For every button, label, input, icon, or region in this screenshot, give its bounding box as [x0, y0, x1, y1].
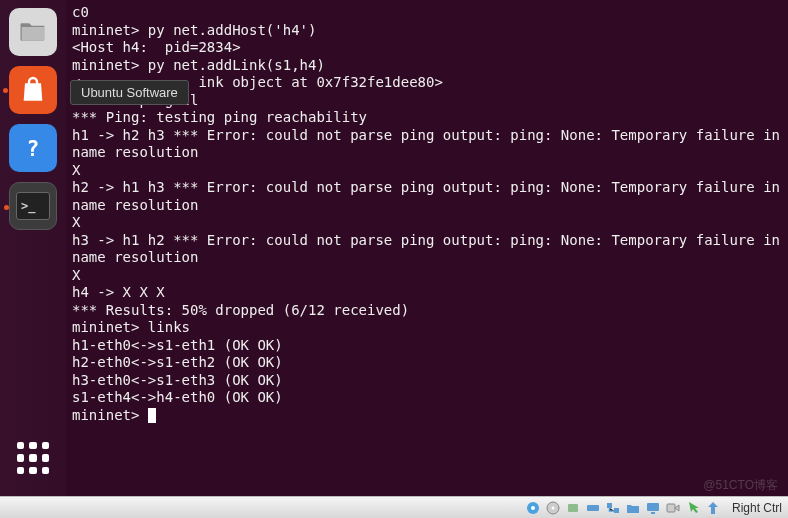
- folder-icon: [18, 17, 48, 47]
- running-indicator-icon: [3, 88, 8, 93]
- svg-point-3: [531, 506, 535, 510]
- hard-disk-icon[interactable]: [524, 499, 542, 517]
- mouse-integration-icon[interactable]: [684, 499, 702, 517]
- shared-folder-icon[interactable]: [624, 499, 642, 517]
- svg-rect-9: [614, 508, 619, 513]
- shopping-bag-icon: [17, 74, 49, 106]
- terminal-line: h1-eth0<->s1-eth1 (OK OK): [72, 337, 782, 355]
- terminal-line: c0: [72, 4, 782, 22]
- running-indicator-icon: [4, 205, 9, 210]
- launcher-dock: ? >_: [0, 0, 66, 496]
- svg-rect-8: [607, 503, 612, 508]
- svg-text:?: ?: [27, 136, 40, 161]
- terminal-prompt: mininet>: [72, 407, 148, 423]
- terminal-line: X: [72, 162, 782, 180]
- terminal-glyph-icon: >_: [16, 192, 50, 220]
- terminal-line: mininet> py net.addLink(s1,h4): [72, 57, 782, 75]
- terminal-line: *** Ping: testing ping reachability: [72, 109, 782, 127]
- help-icon[interactable]: ?: [9, 124, 57, 172]
- terminal-line: s1-eth4<->h4-eth0 (OK OK): [72, 389, 782, 407]
- svg-rect-12: [667, 504, 675, 512]
- terminal-line: h3-eth0<->s1-eth3 (OK OK): [72, 372, 782, 390]
- display-icon[interactable]: [644, 499, 662, 517]
- tooltip-text: Ubuntu Software: [81, 85, 178, 100]
- svg-rect-10: [647, 503, 659, 511]
- optical-disk-icon[interactable]: [544, 499, 562, 517]
- terminal-line: X: [72, 214, 782, 232]
- terminal-line: <Host h4: pid=2834>: [72, 39, 782, 57]
- terminal-output[interactable]: c0mininet> py net.addHost('h4')<Host h4:…: [66, 0, 788, 496]
- cursor-icon: [148, 408, 156, 423]
- svg-rect-6: [568, 504, 578, 512]
- host-key-label: Right Ctrl: [732, 501, 782, 515]
- terminal-line: h2 -> h1 h3 *** Error: could not parse p…: [72, 179, 782, 214]
- svg-point-5: [551, 506, 554, 509]
- show-applications-icon[interactable]: [9, 434, 57, 482]
- terminal-line: X: [72, 267, 782, 285]
- vm-status-bar: Right Ctrl: [0, 496, 788, 518]
- files-icon[interactable]: [9, 8, 57, 56]
- terminal-app-icon[interactable]: >_: [9, 182, 57, 230]
- audio-icon[interactable]: [564, 499, 582, 517]
- question-mark-icon: ?: [18, 133, 48, 163]
- svg-rect-7: [587, 505, 599, 511]
- terminal-line: h1 -> h2 h3 *** Error: could not parse p…: [72, 127, 782, 162]
- ubuntu-software-icon[interactable]: [9, 66, 57, 114]
- svg-rect-11: [651, 512, 655, 514]
- recording-icon[interactable]: [664, 499, 682, 517]
- terminal-line: h4 -> X X X: [72, 284, 782, 302]
- terminal-line: mininet> py net.addHost('h4'): [72, 22, 782, 40]
- terminal-line: h3 -> h1 h2 *** Error: could not parse p…: [72, 232, 782, 267]
- terminal-line: h2-eth0<->s1-eth2 (OK OK): [72, 354, 782, 372]
- terminal-line: mininet> links: [72, 319, 782, 337]
- usb-icon[interactable]: [584, 499, 602, 517]
- terminal-line: *** Results: 50% dropped (6/12 received): [72, 302, 782, 320]
- keyboard-capture-icon[interactable]: [704, 499, 722, 517]
- network-icon[interactable]: [604, 499, 622, 517]
- launcher-tooltip: Ubuntu Software: [70, 80, 189, 105]
- watermark-text: @51CTO博客: [703, 477, 778, 494]
